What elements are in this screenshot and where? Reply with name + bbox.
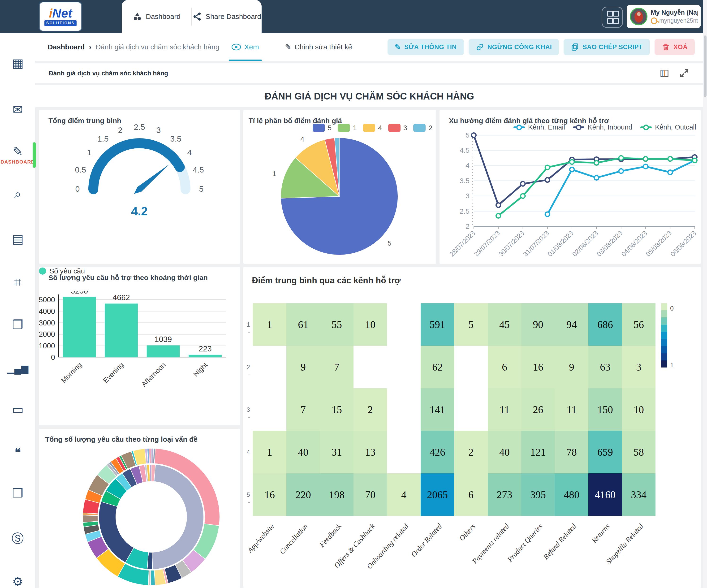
heatmap-cell[interactable]: 480: [555, 473, 588, 516]
heatmap-cell[interactable]: 334: [622, 473, 655, 516]
pie-legend-item[interactable]: 5: [313, 124, 332, 132]
heatmap-cell[interactable]: 7: [287, 388, 320, 431]
heatmap-cell[interactable]: 56: [622, 303, 655, 346]
sidebar-item-shopzilla[interactable]: Ⓢ: [0, 524, 35, 553]
pie-legend-item[interactable]: 1: [338, 124, 357, 132]
tab-edit-design[interactable]: ✎ Chỉnh sửa thiết kế: [285, 33, 352, 61]
tab-share-label: Share Dashboard: [206, 12, 261, 21]
gauge-chart[interactable]: 00.511.522.533.544.554.2: [39, 110, 240, 264]
heatmap-cell[interactable]: 659: [588, 431, 622, 473]
edit-icon: ✎: [395, 42, 401, 52]
sidebar-item-search[interactable]: ⌕: [0, 179, 35, 208]
heatmap-cell[interactable]: 395: [521, 473, 555, 516]
tab-view[interactable]: Xem: [232, 33, 259, 61]
svg-text:0.5: 0.5: [75, 165, 86, 174]
pie-legend[interactable]: 51432: [313, 124, 432, 132]
heatmap-cell[interactable]: 4160: [588, 473, 622, 516]
tab-dashboard[interactable]: Dashboard: [122, 0, 192, 33]
pie-legend-item[interactable]: 2: [413, 124, 432, 132]
svg-text:06/08/2023: 06/08/2023: [669, 229, 698, 258]
heatmap-color-legend: [661, 303, 667, 367]
heatmap-cell[interactable]: 61: [287, 303, 320, 346]
heatmap-cell[interactable]: 2: [454, 431, 488, 473]
sidebar-item-reports[interactable]: ▦: [0, 49, 35, 77]
svg-text:Night: Night: [192, 361, 209, 378]
heatmap-cell[interactable]: 10: [354, 303, 387, 346]
heatmap-cell[interactable]: 1: [253, 303, 287, 346]
heatmap-cell[interactable]: 273: [488, 473, 521, 516]
heatmap-cell[interactable]: 4: [387, 473, 420, 516]
heatmap-cell[interactable]: 15: [320, 388, 354, 431]
heatmap-cell[interactable]: 55: [320, 303, 354, 346]
sidebar-item-services[interactable]: ⚙: [0, 567, 35, 588]
line-chart[interactable]: 22.533.544.5528/07/202329/07/202330/07/2…: [445, 127, 700, 263]
svg-text:31/07/2023: 31/07/2023: [522, 229, 550, 258]
heatmap-cell[interactable]: 220: [287, 473, 320, 516]
heatmap-cell[interactable]: 78: [555, 431, 588, 473]
heatmap-cell[interactable]: 426: [420, 431, 454, 473]
heatmap-cell[interactable]: 31: [320, 431, 354, 473]
heatmap-cell[interactable]: 591: [420, 303, 454, 346]
heatmap-cell[interactable]: 11: [488, 388, 521, 431]
user-card[interactable]: My Nguyễn (Napi) mynguyen25nt@gmail.c...: [627, 5, 701, 28]
sidebar-item-notes[interactable]: ❒: [0, 479, 35, 508]
scrollbar-thumb[interactable]: [704, 35, 707, 97]
heatmap-cell[interactable]: 40: [488, 431, 521, 473]
heatmap-cell[interactable]: 16: [521, 346, 555, 388]
delete-button[interactable]: XOÁ: [654, 39, 695, 55]
pie-legend-item[interactable]: 4: [363, 124, 382, 132]
heatmap-cell[interactable]: 1: [253, 431, 287, 473]
heatmap-cell[interactable]: 63: [588, 346, 622, 388]
sidebar-item-data[interactable]: ▤: [0, 225, 35, 253]
heatmap-cell[interactable]: 2065: [420, 473, 454, 516]
heatmap-cell[interactable]: 121: [521, 431, 555, 473]
heatmap-cell[interactable]: 5: [454, 303, 488, 346]
sidebar-item-contacts[interactable]: ▭: [0, 395, 35, 424]
heatmap-cell[interactable]: 45: [488, 303, 521, 346]
heatmap-cell[interactable]: 11: [555, 388, 588, 431]
breadcrumb-root[interactable]: Dashboard: [48, 43, 85, 51]
expand-icon[interactable]: [680, 69, 689, 78]
dashboard-icon: ✎: [12, 145, 23, 158]
heatmap-cell[interactable]: 150: [588, 388, 622, 431]
tab-share-dashboard[interactable]: Share Dashboard: [192, 0, 262, 33]
pie-chart[interactable]: 51432: [245, 134, 434, 263]
sidebar-item-analytics[interactable]: ▁▄▆: [0, 354, 35, 383]
database-icon: ▤: [12, 233, 23, 245]
heatmap-cell[interactable]: 13: [354, 431, 387, 473]
heatmap-cell[interactable]: 9: [555, 346, 588, 388]
svg-text:4.5: 4.5: [193, 165, 204, 174]
sunburst-chart[interactable]: [76, 442, 227, 588]
unpublish-button[interactable]: NGỪNG CÔNG KHAI: [469, 39, 559, 55]
heatmap-cell[interactable]: 6: [488, 346, 521, 388]
heatmap-cell[interactable]: 40: [287, 431, 320, 473]
heatmap-cell[interactable]: 26: [521, 388, 555, 431]
heatmap-cell[interactable]: 58: [622, 431, 655, 473]
heatmap-cell[interactable]: 198: [320, 473, 354, 516]
heatmap-cell[interactable]: 90: [521, 303, 555, 346]
heatmap-cell[interactable]: 2: [354, 388, 387, 431]
heatmap-cell[interactable]: 686: [588, 303, 622, 346]
edit-info-button[interactable]: ✎ SỬA THÔNG TIN: [388, 39, 464, 55]
sidebar-item-dashboard[interactable]: ✎DASHBOARD: [0, 141, 35, 169]
heatmap-cell[interactable]: 141: [420, 388, 454, 431]
columns-layout-icon[interactable]: [660, 69, 669, 78]
heatmap-cell[interactable]: 94: [555, 303, 588, 346]
heatmap-cell[interactable]: 62: [420, 346, 454, 388]
heatmap-cell[interactable]: 16: [253, 473, 287, 516]
apps-grid-button[interactable]: [602, 7, 623, 28]
sidebar-item-documents[interactable]: ❐: [0, 311, 35, 339]
sidebar-item-chat[interactable]: ❝: [0, 438, 35, 466]
heatmap-chart[interactable]: 1161551059154590946865629762616963337152…: [243, 267, 701, 588]
copy-script-button[interactable]: SAO CHÉP SCRIPT: [564, 39, 650, 55]
heatmap-cell[interactable]: 3: [622, 346, 655, 388]
sidebar-item-network[interactable]: ⌗: [0, 268, 35, 296]
heatmap-cell[interactable]: 6: [454, 473, 488, 516]
heatmap-cell[interactable]: 9: [287, 346, 320, 388]
heatmap-cell[interactable]: 7: [320, 346, 354, 388]
pie-legend-item[interactable]: 3: [388, 124, 407, 132]
bar-chart[interactable]: 0100020003000400050005250Morning4662Even…: [39, 291, 240, 423]
heatmap-cell[interactable]: 70: [354, 473, 387, 516]
sidebar-item-mail[interactable]: ✉: [0, 96, 35, 124]
heatmap-cell[interactable]: 10: [622, 388, 655, 431]
